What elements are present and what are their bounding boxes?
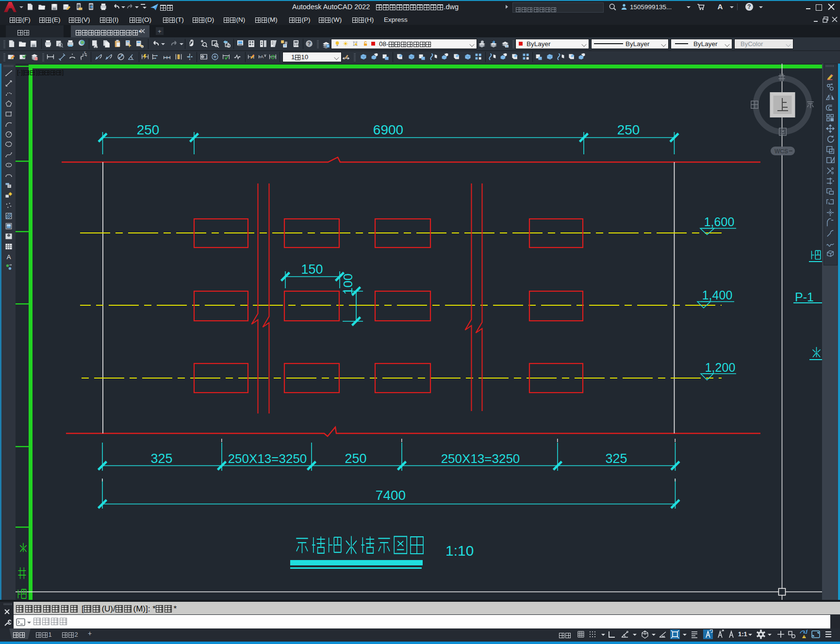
svg-text:250: 250 <box>345 451 366 466</box>
svg-text:7400: 7400 <box>376 488 406 503</box>
svg-text:250X13=3250: 250X13=3250 <box>441 451 520 466</box>
svg-text:100: 100 <box>341 274 355 295</box>
svg-text:150: 150 <box>301 262 323 277</box>
svg-text:250: 250 <box>617 122 640 137</box>
svg-text:325: 325 <box>150 451 172 466</box>
svg-text:250: 250 <box>137 122 160 137</box>
svg-text:250X13=3250: 250X13=3250 <box>228 451 307 466</box>
svg-text:1,200: 1,200 <box>705 361 736 374</box>
svg-text:1,600: 1,600 <box>704 215 735 229</box>
svg-text:325: 325 <box>605 451 627 466</box>
svg-text:1,400: 1,400 <box>702 288 733 302</box>
svg-text:6900: 6900 <box>373 122 403 137</box>
